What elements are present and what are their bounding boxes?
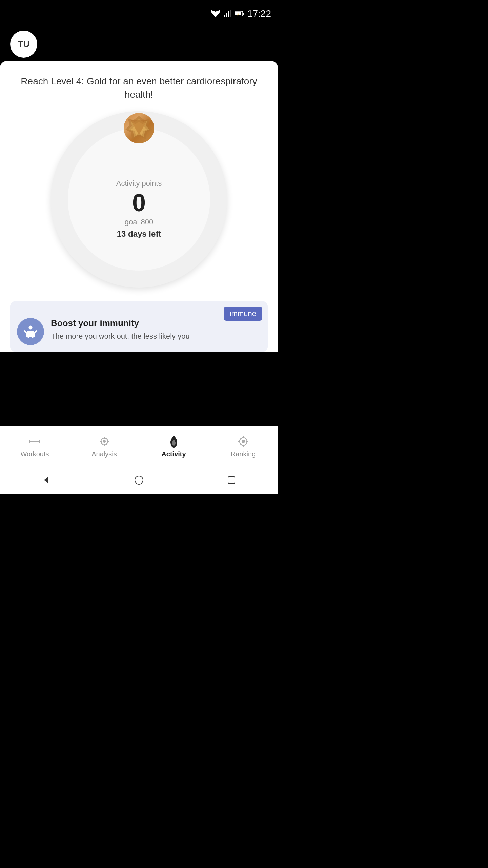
svg-rect-3 [228,11,229,17]
wifi-icon [211,10,220,17]
activity-points-label: Activity points [116,179,162,188]
ranking-icon [237,435,250,448]
svg-rect-1 [224,15,225,17]
nav-item-analysis[interactable]: Analysis [69,435,139,458]
nav-item-activity[interactable]: Activity [139,435,208,458]
analysis-icon [98,435,111,448]
svg-rect-4 [230,10,231,17]
svg-point-12 [28,326,32,330]
bronze-badge [124,113,154,143]
android-nav-bar [0,467,278,494]
svg-marker-9 [125,116,152,139]
main-content: Reach Level 4: Gold for an even better c… [0,61,278,352]
goal-text: goal 800 [125,218,153,226]
nav-label-analysis: Analysis [92,450,117,458]
promo-text: Reach Level 4: Gold for an even better c… [10,75,268,101]
svg-marker-11 [131,121,147,135]
nav-item-ranking[interactable]: Ranking [208,435,278,458]
person-icon-circle [17,318,44,345]
card-tag: immune [224,307,262,321]
svg-rect-36 [228,477,235,484]
status-icons: ⚡ 17:22 [211,8,271,19]
days-left-text: 13 days left [117,229,161,239]
svg-marker-10 [129,119,149,137]
activity-points-value: 0 [132,191,146,215]
android-back-button[interactable] [38,472,55,489]
card-subtitle: The more you work out, the less likely y… [51,331,261,342]
svg-line-13 [24,331,26,333]
nav-label-ranking: Ranking [231,450,256,458]
boost-card[interactable]: immune Boost your immunity The [10,301,268,352]
svg-line-15 [28,337,28,338]
app-header: TU [0,27,278,61]
person-icon [24,325,37,338]
svg-rect-18 [29,440,30,443]
bottom-nav: Workouts Analysis Activity [0,426,278,467]
svg-point-35 [135,476,143,484]
svg-marker-0 [211,10,220,17]
activity-icon [167,435,181,448]
svg-point-23 [103,440,106,443]
signal-icon [224,10,231,17]
svg-rect-21 [39,440,40,443]
nav-label-workouts: Workouts [20,450,49,458]
svg-rect-2 [226,13,227,17]
workouts-icon [28,435,42,448]
ring-inner: Activity points 0 goal 800 13 days left [68,128,210,271]
svg-marker-34 [44,477,48,484]
card-text-area: Boost your immunity The more you work ou… [51,318,261,342]
activity-ring: Activity points 0 goal 800 13 days left [51,111,227,288]
avatar[interactable]: TU [10,31,37,58]
status-time: 17:22 [247,8,271,19]
svg-point-29 [242,440,245,443]
nav-label-activity: Activity [161,450,186,458]
status-bar: ⚡ 17:22 [0,0,278,27]
android-recent-button[interactable] [223,472,240,489]
svg-line-14 [35,331,37,333]
svg-line-16 [33,337,33,338]
battery-icon: ⚡ [235,11,244,17]
svg-text:⚡: ⚡ [236,12,240,16]
nav-item-workouts[interactable]: Workouts [0,435,69,458]
svg-rect-19 [32,441,38,442]
android-home-button[interactable] [130,472,147,489]
svg-rect-6 [243,13,244,15]
